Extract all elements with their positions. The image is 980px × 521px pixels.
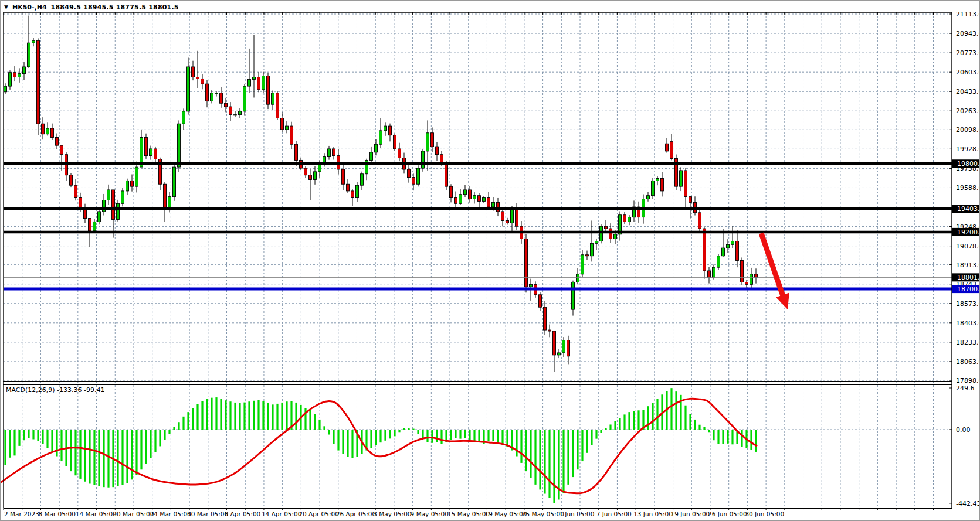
bull-candle-body	[234, 115, 237, 115]
bull-candle-body	[591, 243, 594, 256]
bull-candle-body	[253, 77, 256, 80]
bull-candle-body	[248, 79, 251, 86]
bull-candle-body	[384, 126, 387, 131]
price-badge-text: 18700.0	[957, 285, 980, 293]
bull-candle-body	[680, 171, 683, 186]
bear-candle-body	[56, 138, 59, 146]
bull-candle-body	[93, 222, 96, 231]
price-axis-label: 18063.0	[956, 358, 980, 366]
price-badge-18801.5: 18801.5	[952, 273, 980, 281]
bull-candle-body	[98, 212, 101, 222]
bear-candle-body	[276, 93, 279, 118]
bear-candle-body	[698, 213, 701, 229]
bull-candle-body	[239, 111, 242, 115]
bear-candle-body	[539, 295, 542, 307]
bull-candle-body	[46, 128, 49, 134]
bull-candle-body	[178, 124, 181, 167]
bear-candle-body	[741, 260, 744, 282]
bull-candle-body	[286, 126, 289, 130]
price-axis-label: 18573.0	[956, 300, 980, 308]
bear-candle-body	[670, 141, 673, 158]
chevron-down-icon[interactable]: ▼	[4, 4, 8, 10]
bull-candle-body	[562, 340, 565, 353]
bear-candle-body	[37, 40, 40, 124]
price-badge-18700.0: 18700.0	[952, 285, 980, 293]
bear-candle-body	[13, 73, 16, 77]
bull-candle-body	[182, 111, 185, 124]
bear-candle-body	[225, 103, 228, 107]
price-axis-label: 20943.0	[956, 30, 980, 38]
price-badge-19200.0: 19200.0	[952, 228, 980, 236]
bear-candle-body	[164, 184, 167, 209]
time-axis-label: 26 Apr 05:00	[336, 510, 376, 517]
bear-candle-body	[506, 220, 509, 223]
bear-candle-body	[445, 164, 448, 186]
bull-candle-body	[361, 174, 364, 185]
price-axis-label: 19928.0	[956, 145, 980, 153]
bear-candle-body	[736, 241, 739, 260]
bull-candle-body	[426, 133, 429, 151]
bear-candle-body	[351, 191, 354, 198]
macd-axis-label: 0.00	[956, 426, 971, 434]
bear-candle-body	[131, 181, 134, 186]
price-axis-label: 20098.0	[956, 126, 980, 134]
bear-candle-body	[666, 144, 669, 151]
panel-separator-top[interactable]	[3, 381, 952, 382]
bear-candle-body	[112, 190, 115, 220]
bull-candle-body	[647, 196, 650, 199]
bear-candle-body	[745, 282, 748, 284]
candle	[267, 73, 270, 109]
bull-candle-body	[126, 181, 129, 190]
bear-candle-body	[51, 128, 54, 138]
chart-canvas[interactable]: 21113.020943.020773.020603.020433.020263…	[1, 1, 980, 521]
bear-candle-body	[478, 196, 481, 202]
time-axis-label: 8 Mar 05:00	[38, 510, 75, 517]
bull-candle-body	[614, 234, 617, 239]
bull-candle-body	[28, 43, 30, 67]
price-axis-label: 20433.0	[956, 88, 980, 96]
bull-candle-body	[558, 353, 561, 355]
bull-candle-body	[600, 226, 603, 241]
time-axis-label: 3 May 05:00	[373, 510, 411, 517]
bull-candle-body	[365, 160, 368, 173]
price-badge-text: 19800.0	[957, 160, 980, 168]
candle	[145, 134, 148, 159]
macd-axis-label: 249.6	[956, 384, 975, 392]
bull-candle-body	[168, 197, 171, 209]
time-axis-label: 13 Jun 05:00	[633, 510, 673, 517]
time-axis-label: 26 Jun 05:00	[708, 510, 747, 517]
time-axis-label: 30 Mar 05:00	[187, 510, 228, 517]
candle	[417, 165, 420, 186]
bull-candle-body	[581, 255, 584, 274]
bear-candle-body	[60, 145, 63, 155]
bear-candle-body	[394, 135, 396, 149]
time-axis-label: 30 Jun 05:00	[745, 510, 784, 517]
bear-candle-body	[516, 209, 518, 226]
bear-candle-body	[398, 149, 401, 158]
time-axis-label: 14 Mar 05:00	[76, 510, 117, 517]
bear-candle-body	[145, 138, 148, 156]
price-badge-19800.0: 19800.0	[952, 159, 980, 168]
bear-candle-body	[333, 149, 335, 156]
price-axis-label: 18403.0	[956, 319, 980, 327]
panel-separator-bottom[interactable]	[3, 384, 952, 385]
bull-candle-body	[328, 149, 331, 157]
bull-candle-body	[473, 196, 476, 199]
bear-candle-body	[703, 229, 706, 271]
bull-candle-body	[375, 144, 378, 152]
bull-candle-body	[314, 172, 317, 180]
bear-candle-body	[89, 219, 91, 231]
candle	[243, 84, 246, 115]
bull-candle-body	[272, 93, 274, 104]
bear-candle-body	[469, 190, 472, 199]
bull-candle-body	[32, 40, 35, 43]
bear-candle-body	[408, 169, 411, 178]
bear-candle-body	[229, 107, 232, 115]
ohlc-values: 18849.5 18945.5 18775.5 18801.5	[51, 4, 179, 11]
candle	[394, 134, 396, 151]
bear-candle-body	[70, 175, 73, 185]
bull-candle-body	[492, 202, 495, 207]
bear-candle-body	[501, 212, 504, 221]
bull-candle-body	[243, 86, 246, 111]
bull-candle-body	[215, 93, 218, 94]
